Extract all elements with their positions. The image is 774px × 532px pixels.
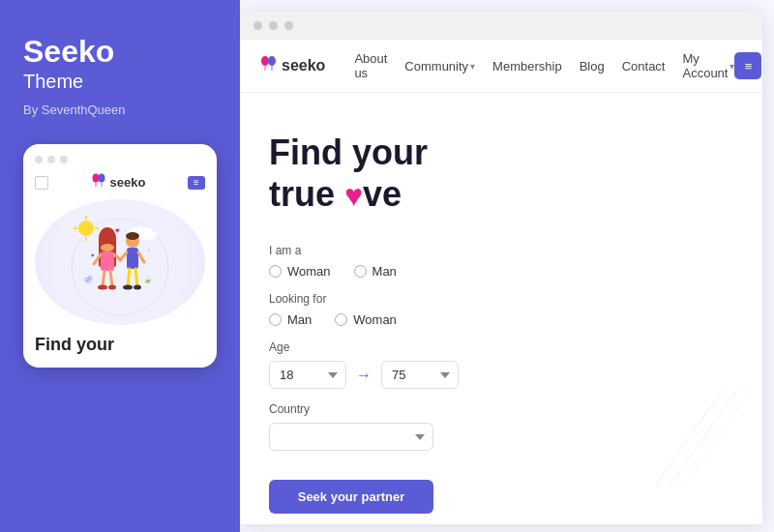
heart-icon: ♥	[344, 178, 363, 213]
nav-membership[interactable]: Membership	[492, 59, 562, 74]
form-i-am-a: I am a Woman Man	[269, 244, 743, 279]
svg-line-42	[670, 388, 738, 485]
svg-rect-25	[127, 248, 138, 269]
mobile-illustration: ♥ ♥ ⚣ ♀ 🍃	[35, 199, 205, 325]
nav-links: About us Community ▾ Membership Blog Con…	[354, 51, 734, 80]
looking-for-options: Man Woman	[269, 312, 743, 327]
nav-menu-button[interactable]: ≡	[734, 52, 761, 79]
svg-point-12	[143, 230, 157, 240]
svg-point-1	[98, 174, 104, 183]
looking-woman[interactable]: Woman	[335, 312, 397, 327]
nav-community[interactable]: Community ▾	[404, 59, 475, 74]
svg-line-20	[110, 271, 112, 286]
nav-blog[interactable]: Blog	[580, 59, 605, 74]
i-am-a-label: I am a	[269, 244, 743, 257]
browser-window: seeko About us Community ▾ Membership Bl…	[240, 12, 762, 524]
dot-3	[60, 156, 68, 163]
looking-for-label: Looking for	[269, 292, 743, 306]
svg-text:⚣: ⚣	[84, 275, 93, 283]
left-panel: Seeko Theme By SeventhQueen seeko	[0, 0, 240, 532]
nav-right: ≡	[734, 52, 761, 79]
age-from-select[interactable]: 1819202530	[269, 361, 346, 389]
form-looking-for: Looking for Man Woman	[269, 292, 743, 327]
svg-line-43	[685, 388, 753, 485]
site-logo-text: seeko	[282, 57, 325, 74]
nav-contact[interactable]: Contact	[622, 59, 666, 74]
svg-point-37	[261, 56, 269, 66]
svg-text:♥: ♥	[115, 226, 120, 235]
browser-dot-3	[284, 21, 293, 30]
svg-text:♀: ♀	[146, 247, 151, 253]
right-panel: seeko About us Community ▾ Membership Bl…	[240, 0, 774, 532]
mobile-preview-card: seeko ≡	[23, 144, 217, 368]
browser-dot-2	[269, 21, 278, 30]
mobile-logo-text: seeko	[110, 175, 146, 190]
mobile-nav: seeko ≡	[35, 173, 205, 192]
age-label: Age	[269, 340, 743, 354]
svg-point-0	[92, 174, 99, 183]
age-arrow-icon: →	[356, 367, 372, 384]
app-subtitle: Theme	[23, 71, 217, 93]
svg-text:♥: ♥	[91, 252, 95, 258]
radio-looking-man-circle	[269, 313, 282, 326]
svg-point-5	[78, 221, 94, 236]
option-man[interactable]: Man	[354, 264, 397, 279]
svg-point-22	[108, 285, 116, 290]
browser-dot-1	[253, 21, 262, 30]
hero-title-line2-start: true	[269, 174, 344, 214]
svg-point-30	[123, 285, 133, 290]
svg-point-15	[101, 244, 114, 251]
svg-rect-16	[101, 251, 114, 271]
app-title: Seeko	[23, 35, 217, 69]
radio-looking-woman-circle	[335, 313, 347, 326]
dot-1	[35, 156, 43, 163]
community-chevron-icon: ▾	[470, 61, 475, 72]
app-author: By SeventhQueen	[23, 103, 217, 117]
mobile-logo: seeko	[91, 173, 146, 192]
card-dots	[35, 156, 205, 163]
radio-woman-circle	[269, 265, 282, 278]
site-navbar: seeko About us Community ▾ Membership Bl…	[240, 40, 762, 93]
hero-title-line1: Find your	[269, 133, 428, 172]
browser-body: seeko About us Community ▾ Membership Bl…	[240, 40, 762, 524]
mobile-menu-icon: ≡	[188, 176, 205, 190]
deco-lines	[646, 378, 762, 494]
hero-section: Find your true ♥ve I am a Woman Man	[240, 93, 762, 524]
nav-my-account[interactable]: My Account ▾	[682, 51, 734, 80]
radio-man-circle	[354, 265, 367, 278]
browser-titlebar	[240, 12, 762, 40]
seek-partner-button[interactable]: Seek your partner	[269, 480, 433, 514]
svg-line-28	[128, 269, 130, 286]
age-to-select[interactable]: 75706580	[381, 361, 459, 389]
svg-line-41	[656, 388, 724, 485]
mobile-balloon-icon	[91, 173, 106, 192]
hero-title: Find your true ♥ve	[269, 132, 743, 215]
svg-line-19	[103, 271, 104, 286]
country-select[interactable]: United States United Kingdom Canada Aust…	[269, 423, 433, 451]
svg-point-24	[126, 232, 139, 240]
looking-man[interactable]: Man	[269, 312, 312, 327]
svg-point-21	[98, 285, 107, 290]
logo-balloon-icon	[259, 55, 277, 76]
i-am-a-options: Woman Man	[269, 264, 743, 279]
svg-text:🍃: 🍃	[142, 273, 154, 284]
nav-about[interactable]: About us	[354, 51, 387, 80]
svg-point-38	[268, 56, 276, 66]
svg-line-29	[135, 269, 137, 286]
hero-title-line2-end: ve	[363, 174, 402, 214]
mobile-nav-square-icon	[35, 176, 48, 190]
dot-2	[47, 156, 55, 163]
option-woman[interactable]: Woman	[269, 264, 331, 279]
mobile-bottom-text: Find your	[35, 335, 205, 356]
svg-point-31	[134, 285, 141, 290]
site-logo: seeko	[259, 55, 325, 76]
